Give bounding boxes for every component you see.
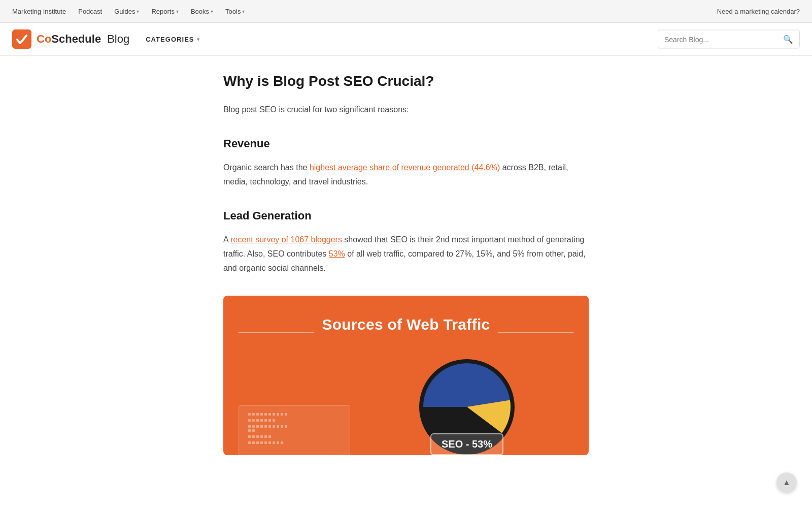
search-icon: 🔍 xyxy=(783,35,793,44)
coschedule-logo-icon xyxy=(12,29,31,49)
nav-reports[interactable]: Reports ▾ xyxy=(151,8,179,15)
search-button[interactable]: 🔍 xyxy=(777,30,799,48)
reports-chevron-icon: ▾ xyxy=(176,9,179,14)
categories-chevron-icon: ▾ xyxy=(197,37,200,42)
lead-gen-paragraph: A recent survey of 1067 bloggers showed … xyxy=(223,233,589,275)
search-input[interactable] xyxy=(658,31,777,47)
seo-traffic-link[interactable]: 53% xyxy=(329,249,345,258)
top-nav-links: Marketing Institute Podcast Guides ▾ Rep… xyxy=(12,8,245,15)
nav-guides[interactable]: Guides ▾ xyxy=(114,8,139,15)
nav-books[interactable]: Books ▾ xyxy=(191,8,213,15)
brand-logo-area: CoSchedule Blog CATEGORIES ▾ xyxy=(12,29,200,49)
dots-2 xyxy=(248,419,289,422)
data-row-4 xyxy=(248,435,341,438)
web-traffic-infographic: Sources of Web Traffic xyxy=(223,296,589,455)
data-row-1 xyxy=(248,413,341,416)
logo-bar: CoSchedule Blog CATEGORIES ▾ 🔍 xyxy=(0,23,812,56)
revenue-paragraph: Organic search has the highest average s… xyxy=(223,161,589,189)
revenue-heading: Revenue xyxy=(223,137,589,150)
lead-generation-heading: Lead Generation xyxy=(223,209,589,223)
books-chevron-icon: ▾ xyxy=(211,9,213,14)
tools-chevron-icon: ▾ xyxy=(242,9,245,14)
svg-rect-0 xyxy=(12,29,31,49)
nav-podcast[interactable]: Podcast xyxy=(78,8,102,15)
infographic-title: Sources of Web Traffic xyxy=(322,316,490,333)
categories-button[interactable]: CATEGORIES ▾ xyxy=(146,36,199,43)
title-line-right xyxy=(498,332,573,333)
infographic-body: SEO - 53% xyxy=(239,348,573,455)
nav-marketing-institute[interactable]: Marketing Institute xyxy=(12,8,66,15)
search-area: 🔍 xyxy=(658,30,800,49)
seo-badge: SEO - 53% xyxy=(430,433,503,455)
dots-4 xyxy=(248,435,289,438)
article-intro: Blog post SEO is crucial for two signifi… xyxy=(223,103,589,116)
dots-1 xyxy=(248,413,289,416)
dots-5 xyxy=(248,441,289,444)
data-row-2 xyxy=(248,419,341,422)
blog-label: Blog xyxy=(107,33,129,46)
infographic-title-area: Sources of Web Traffic xyxy=(239,316,573,348)
dots-3 xyxy=(248,425,289,432)
article-section-title: Why is Blog Post SEO Crucial? xyxy=(223,72,589,90)
revenue-link[interactable]: highest average share of revenue generat… xyxy=(310,163,500,172)
title-line-left xyxy=(239,332,314,333)
bloggers-survey-link[interactable]: recent survey of 1067 bloggers xyxy=(230,235,342,244)
data-panel xyxy=(239,405,350,455)
top-nav-right-text: Need a marketing calendar? xyxy=(717,8,800,15)
data-row-5 xyxy=(248,441,341,444)
nav-tools[interactable]: Tools ▾ xyxy=(225,8,245,15)
main-content: Why is Blog Post SEO Crucial? Blog post … xyxy=(213,56,599,455)
brand-name: CoSchedule xyxy=(37,33,101,46)
pie-chart-area: SEO - 53% xyxy=(360,348,573,455)
top-navigation: Marketing Institute Podcast Guides ▾ Rep… xyxy=(0,0,812,23)
guides-chevron-icon: ▾ xyxy=(137,9,139,14)
categories-label: CATEGORIES xyxy=(146,36,194,43)
data-row-3 xyxy=(248,425,341,432)
